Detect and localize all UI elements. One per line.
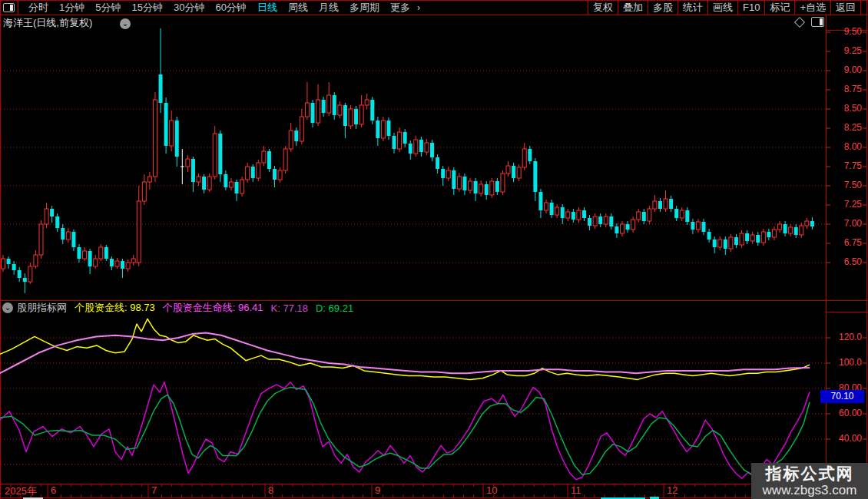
life-line-value: 个股资金生命线: 96.41 <box>163 301 263 315</box>
price-label: 8.75 <box>831 84 862 95</box>
month-label: 10 <box>486 484 497 496</box>
month-label: 6 <box>51 484 56 496</box>
price-label: 8.00 <box>831 141 862 153</box>
year-label: 2025年 <box>5 484 37 498</box>
watermark-url: www.zbgs3.com <box>763 483 857 497</box>
fund-line-value: 个股资金线: 98.73 <box>75 301 155 315</box>
month-label: 9 <box>375 484 380 496</box>
month-label: 12 <box>667 484 678 496</box>
price-label: 9.00 <box>831 64 862 76</box>
price-label: 8.50 <box>831 103 862 114</box>
indicator-axis-label: 100.0 <box>831 357 862 368</box>
value-marker-badge: 70.10 <box>820 390 864 403</box>
price-label: 7.50 <box>831 180 862 191</box>
price-label: 7.25 <box>831 199 862 210</box>
d-value: D: 69.21 <box>316 302 353 314</box>
indicator-axis-label: 60.00 <box>831 408 862 419</box>
k-value: K: 77.18 <box>271 302 308 314</box>
indicator-header: ⌄ 股朋指标网 个股资金线: 98.73 个股资金生命线: 96.41 K: 7… <box>2 302 353 314</box>
indicator-axis-label: 40.00 <box>831 433 862 444</box>
indicator-source-label: 股朋指标网 <box>17 301 67 315</box>
month-label: 11 <box>571 484 581 496</box>
indicator-chevron-down-icon[interactable]: ⌄ <box>2 302 13 313</box>
price-label: 6.75 <box>831 237 862 249</box>
month-label: 7 <box>151 484 157 496</box>
price-label: 7.00 <box>831 218 862 230</box>
indicator-axis-label: 120.0 <box>831 332 862 343</box>
month-label: 8 <box>268 484 273 496</box>
chart-canvas[interactable] <box>0 0 868 499</box>
watermark: 指标公式网 www.zbgs3.com <box>751 463 868 499</box>
watermark-title: 指标公式网 <box>766 464 854 483</box>
price-label: 9.25 <box>831 45 862 57</box>
stock-app-window: 分时 1分钟 5分钟 15分钟 30分钟 60分钟 日线 周线 月线 多周期 更… <box>0 0 868 499</box>
price-label: 8.25 <box>831 122 862 134</box>
price-label: 6.50 <box>831 256 862 268</box>
price-label: 9.50 <box>831 26 862 38</box>
price-label: 7.75 <box>831 160 862 172</box>
